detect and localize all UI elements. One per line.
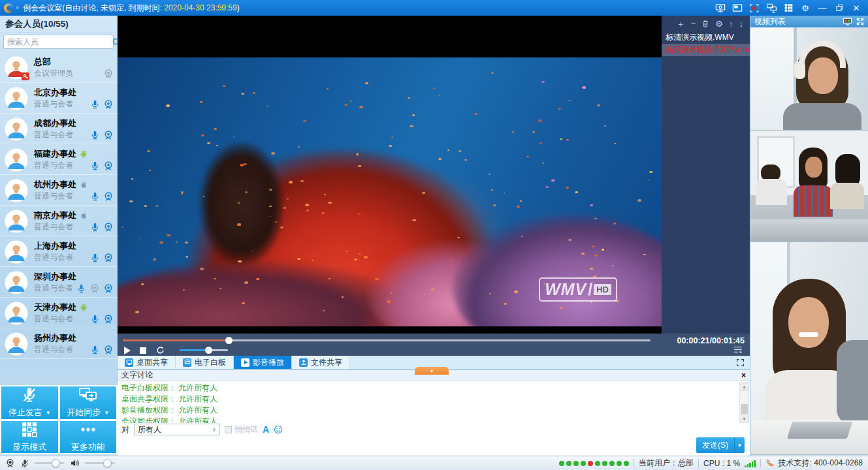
settings-icon[interactable]: ⚙ <box>799 2 812 14</box>
mic-icon[interactable] <box>90 253 100 263</box>
mic-icon[interactable] <box>90 191 100 202</box>
display-grid-icon[interactable] <box>782 2 795 14</box>
fish-dot <box>375 278 379 280</box>
trash-icon[interactable] <box>701 20 709 28</box>
participant-row[interactable]: 上海办事处普通与会者 <box>0 236 118 267</box>
webcam-icon[interactable] <box>103 161 114 171</box>
whisper-checkbox[interactable] <box>225 426 232 433</box>
action-button-grid-mode[interactable]: 显示模式 <box>1 421 58 454</box>
action-button-mic-off[interactable]: 停止发言▼ <box>1 386 58 419</box>
fullscreen-icon[interactable] <box>856 18 864 25</box>
mic-icon[interactable] <box>90 161 100 171</box>
webcam-icon[interactable] <box>103 314 114 324</box>
tab-desktop-share[interactable]: 桌面共享 <box>118 356 176 369</box>
webcam-icon[interactable] <box>103 99 114 110</box>
participant-row[interactable]: 总部会议管理员 <box>0 52 118 83</box>
mic-volume-knob[interactable] <box>52 459 60 467</box>
mic-icon[interactable] <box>90 130 100 140</box>
playlist-toggle-icon[interactable] <box>733 345 743 354</box>
tab-media-play[interactable]: 影音播放 <box>234 356 292 369</box>
participant-row[interactable]: 天津办事处普通与会者 <box>0 298 118 328</box>
mic-icon[interactable] <box>76 283 86 294</box>
participant-row[interactable]: 成都办事处普通与会者 <box>0 114 118 144</box>
send-button[interactable]: 发送(S) <box>696 437 734 453</box>
settings-icon[interactable]: ⚙ <box>715 20 723 28</box>
chat-input[interactable] <box>120 436 652 454</box>
scroll-down-icon[interactable]: ▼ <box>740 414 748 422</box>
speaker-icon[interactable] <box>70 458 80 468</box>
mic-icon[interactable] <box>90 222 100 232</box>
action-button-more[interactable]: 更多功能 <box>60 421 117 454</box>
webcam-icon[interactable] <box>89 283 100 294</box>
mic-muted-icon[interactable] <box>20 459 29 468</box>
add-icon[interactable]: ＋ <box>677 20 685 28</box>
participant-row[interactable]: 扬州办事处普通与会者 <box>0 328 118 359</box>
play-button[interactable] <box>124 347 131 354</box>
action-button-sync-screens[interactable]: 开始同步▼ <box>60 386 117 419</box>
send-options-icon[interactable]: ▼ <box>734 437 745 453</box>
move-up-icon[interactable]: ↑ <box>729 20 733 28</box>
webcam-icon[interactable] <box>103 345 114 355</box>
close-icon[interactable]: ✕ <box>850 2 863 14</box>
mic-icon[interactable] <box>90 99 100 110</box>
participant-row[interactable]: 北京办事处普通与会者 <box>0 83 118 114</box>
tab-whiteboard[interactable]: 电子白板 <box>176 356 234 369</box>
participant-row[interactable]: 福建办事处普通与会者 <box>0 144 118 175</box>
screen-share-icon[interactable] <box>714 2 727 14</box>
participant-device-icons <box>90 314 114 324</box>
remove-icon[interactable]: − <box>691 20 696 28</box>
minimize-icon[interactable]: — <box>816 2 829 14</box>
video-frame[interactable]: WMV/HD <box>118 57 662 326</box>
chevron-down-icon[interactable]: ▼ <box>46 410 51 416</box>
webcam-icon[interactable] <box>103 69 114 79</box>
search-input[interactable] <box>4 37 112 46</box>
chat-scrollbar[interactable]: ▲ ▼ <box>739 382 749 423</box>
webcam-icon[interactable] <box>103 253 114 263</box>
tab-file-share[interactable]: 文件共享 <box>292 356 350 369</box>
playlist-item[interactable]: 标清演示视频.WMV <box>662 31 750 44</box>
seek-handle[interactable] <box>225 337 233 344</box>
network-share-icon[interactable] <box>765 2 778 14</box>
font-button[interactable]: A <box>263 424 269 435</box>
seek-bar[interactable] <box>123 339 651 341</box>
webcam-icon[interactable] <box>103 130 114 140</box>
scroll-up-icon[interactable]: ▲ <box>740 383 748 391</box>
video-thumbnail[interactable] <box>750 242 868 455</box>
loop-icon[interactable] <box>155 345 165 355</box>
webcam-icon[interactable] <box>103 222 114 232</box>
webcam-icon[interactable] <box>103 283 114 294</box>
fish-dot <box>237 223 241 226</box>
chat-message: 电子白板权限： 允许所有人 <box>121 383 735 394</box>
close-icon[interactable]: × <box>741 371 746 379</box>
chevron-down-icon[interactable]: ▼ <box>104 410 109 416</box>
collapse-panel-handle[interactable]: ▼ <box>415 367 449 375</box>
restore-icon[interactable] <box>833 2 846 14</box>
participant-row[interactable]: 深圳办事处普通与会者 <box>0 267 118 298</box>
playlist-item[interactable]: 高清演示视频-720P.wmv删除 <box>662 44 750 56</box>
speaker-volume-knob[interactable] <box>103 459 112 467</box>
webcam-icon[interactable] <box>103 191 114 202</box>
mic-volume-slider[interactable] <box>35 462 65 464</box>
mic-icon[interactable] <box>90 314 100 324</box>
recipient-select[interactable]: 所有人 ∨ <box>134 424 220 435</box>
participant-row[interactable]: 杭州办事处普通与会者 <box>0 175 118 206</box>
emoji-icon[interactable] <box>274 425 283 434</box>
video-thumbnail[interactable] <box>750 131 868 242</box>
volume-slider[interactable] <box>180 349 228 351</box>
stop-button[interactable] <box>140 347 146 354</box>
webcam-icon[interactable] <box>5 458 15 468</box>
participant-row[interactable]: 南京办事处普通与会者 <box>0 206 118 236</box>
move-down-icon[interactable]: ↓ <box>739 20 744 28</box>
record-icon[interactable] <box>748 2 761 14</box>
layout-icon[interactable] <box>843 18 852 25</box>
maximize-chat-icon[interactable] <box>736 358 745 367</box>
volume-handle[interactable] <box>205 347 212 354</box>
participant-name-text: 福建办事处 <box>34 148 76 160</box>
video-thumbnail[interactable] <box>750 27 868 131</box>
window-share-icon[interactable] <box>731 2 744 14</box>
chevron-down-icon[interactable]: ˅ <box>16 5 19 11</box>
search-box[interactable] <box>3 35 114 49</box>
speaker-volume-slider[interactable] <box>85 462 115 464</box>
mic-icon[interactable] <box>90 345 100 355</box>
participant-role: 普通与会者 <box>34 160 73 171</box>
